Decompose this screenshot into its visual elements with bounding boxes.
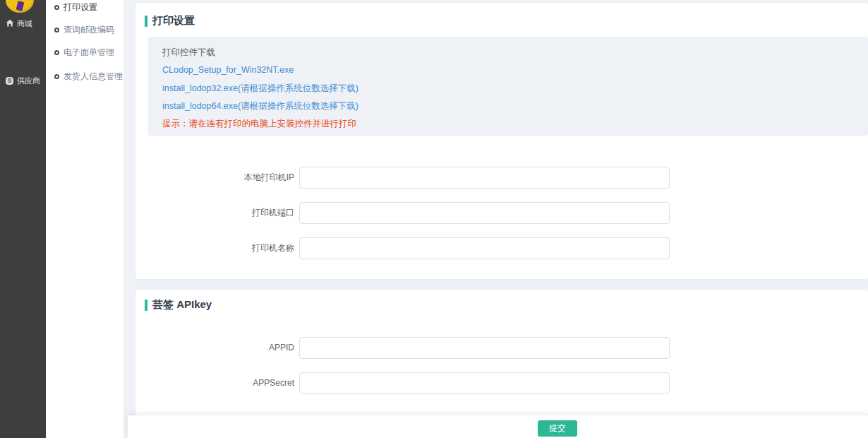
- footer-bar: 提交: [128, 415, 868, 438]
- app-logo: [6, 0, 34, 13]
- submenu-item-sender-info-manage[interactable]: 发货人信息管理: [54, 71, 123, 83]
- apikey-title: 芸签 APIkey: [152, 298, 212, 312]
- secondary-sidebar: 打印设置 查询邮政编码 电子面单管理 发货人信息管理: [46, 0, 123, 438]
- accent-bar-icon: [145, 16, 147, 27]
- submenu-item-zipcode-query[interactable]: 查询邮政编码: [54, 24, 114, 36]
- submenu-item-label: 电子面单管理: [64, 47, 114, 59]
- download-link-lodop32[interactable]: install_lodop32.exe(请根据操作系统位数选择下载): [162, 83, 358, 95]
- download-heading: 打印控件下载: [162, 47, 215, 59]
- apikey-card: 芸签 APIkey APPID APPSecret: [135, 290, 868, 415]
- accent-bar-icon: [145, 300, 147, 311]
- logo-mark: [16, 1, 25, 11]
- primary-sidebar: 商城 S 供应商: [0, 0, 46, 438]
- page-title: 打印设置: [152, 14, 195, 28]
- section-title-print-settings: 打印设置: [145, 14, 195, 28]
- circle-icon: [54, 28, 59, 32]
- submenu-item-label: 查询邮政编码: [64, 24, 114, 36]
- sidebar-item-label: 供应商: [17, 76, 40, 86]
- submit-button[interactable]: 提交: [538, 420, 577, 437]
- appid-input[interactable]: [299, 337, 670, 359]
- sidebar-item-supplier[interactable]: S 供应商: [0, 74, 46, 87]
- print-settings-card: 打印设置 打印控件下载 CLodop_Setup_for_Win32NT.exe…: [135, 3, 868, 279]
- printer-name-input[interactable]: [299, 237, 670, 259]
- circle-icon: [54, 74, 59, 79]
- printer-port-label: 打印机端口: [181, 202, 294, 224]
- circle-icon: [54, 5, 59, 10]
- appid-label: APPID: [181, 337, 294, 359]
- printer-ip-label: 本地打印机IP: [181, 167, 294, 189]
- submenu-item-label: 打印设置: [64, 1, 97, 13]
- submenu-item-ewaybill-manage[interactable]: 电子面单管理: [54, 47, 114, 59]
- printer-name-label: 打印机名称: [181, 237, 294, 259]
- sidebar-item-mall[interactable]: 商城: [0, 17, 46, 30]
- appsecret-label: APPSecret: [181, 372, 294, 394]
- home-icon: [6, 19, 14, 28]
- section-title-apikey: 芸签 APIkey: [145, 298, 212, 312]
- download-link-lodop64[interactable]: install_lodop64.exe(请根据操作系统位数选择下载): [162, 100, 358, 112]
- appsecret-input[interactable]: [299, 372, 670, 394]
- download-info-box: 打印控件下载 CLodop_Setup_for_Win32NT.exe inst…: [148, 37, 868, 136]
- sidebar-item-label: 商城: [17, 18, 32, 29]
- printer-ip-input[interactable]: [299, 167, 670, 189]
- supplier-icon: S: [6, 77, 13, 85]
- submenu-item-label: 发货人信息管理: [64, 71, 123, 83]
- download-tip: 提示：请在连有打印的电脑上安装控件并进行打印: [162, 118, 356, 130]
- download-link-clodop[interactable]: CLodop_Setup_for_Win32NT.exe: [162, 65, 294, 75]
- circle-icon: [54, 50, 59, 55]
- submenu-item-print-settings[interactable]: 打印设置: [54, 1, 97, 13]
- printer-port-input[interactable]: [299, 202, 670, 224]
